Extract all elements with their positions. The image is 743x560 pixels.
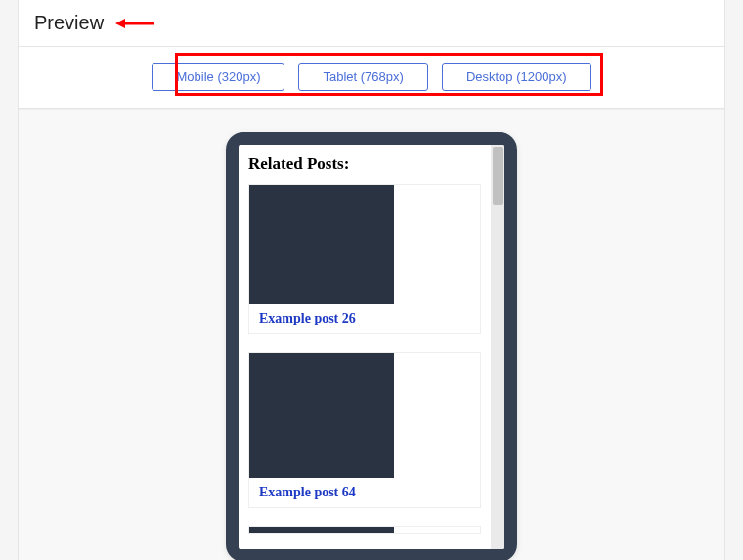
- post-thumbnail: [249, 185, 394, 304]
- screen-content: Related Posts: Example post 26 Example p…: [239, 145, 491, 549]
- post-card[interactable]: Example post 64: [248, 352, 481, 508]
- desktop-size-button[interactable]: Desktop (1200px): [442, 63, 591, 91]
- device-frame: Related Posts: Example post 26 Example p…: [226, 132, 517, 560]
- post-card[interactable]: Example post 26: [248, 184, 481, 334]
- device-screen: Related Posts: Example post 26 Example p…: [239, 145, 504, 549]
- related-posts-heading: Related Posts:: [248, 154, 481, 174]
- preview-area: Related Posts: Example post 26 Example p…: [19, 109, 724, 560]
- main-panel: Preview Mobile (320px) Tablet (768px) De…: [19, 0, 724, 560]
- post-thumbnail: [249, 353, 394, 478]
- size-toolbar: Mobile (320px) Tablet (768px) Desktop (1…: [152, 63, 590, 91]
- right-rail: [724, 0, 743, 560]
- post-thumbnail: [249, 527, 394, 533]
- post-title-link[interactable]: Example post 64: [249, 478, 480, 507]
- scrollbar-thumb[interactable]: [493, 147, 503, 205]
- post-card[interactable]: [248, 526, 481, 534]
- left-rail: [0, 0, 19, 560]
- arrow-left-icon: [115, 17, 156, 30]
- preview-header: Preview: [19, 0, 724, 46]
- mobile-size-button[interactable]: Mobile (320px): [152, 63, 284, 91]
- scrollbar[interactable]: [491, 145, 504, 549]
- page-title: Preview: [34, 12, 104, 34]
- tablet-size-button[interactable]: Tablet (768px): [298, 63, 427, 91]
- svg-marker-1: [115, 19, 125, 28]
- post-title-link[interactable]: Example post 26: [249, 304, 480, 333]
- toolbar-wrap: Mobile (320px) Tablet (768px) Desktop (1…: [19, 47, 724, 108]
